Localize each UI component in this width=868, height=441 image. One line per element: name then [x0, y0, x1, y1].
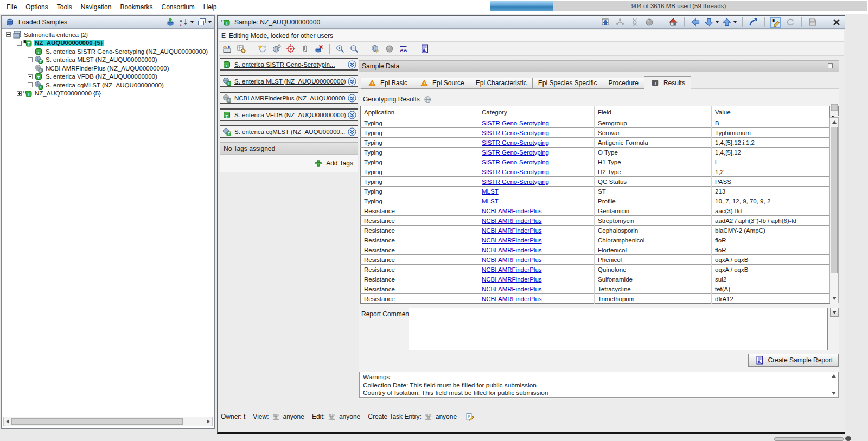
font-size-icon[interactable]: AA [398, 43, 409, 54]
globe-pin-icon[interactable] [271, 43, 282, 54]
table-row[interactable]: ResistanceNCBI AMRFinderPlusChlorampheni… [361, 235, 830, 245]
scroll-up-icon[interactable] [832, 120, 837, 124]
up-arrow-menu-icon[interactable] [723, 17, 737, 28]
edit-permissions-icon[interactable] [464, 411, 475, 422]
category-link[interactable]: NCBI AMRFinderPlus [482, 276, 542, 283]
tree-item[interactable]: TENZ_AUQU00000000 {5} [2, 39, 214, 48]
table-upload-icon[interactable] [600, 17, 611, 28]
report-comment-dropdown-button[interactable] [830, 308, 839, 317]
category-link[interactable]: SISTR Geno-Serotyping [482, 130, 549, 136]
category-link[interactable]: NCBI AMRFinderPlus [482, 208, 542, 214]
tab-procedure[interactable]: Procedure [603, 78, 644, 89]
memory-usage-bar[interactable]: 904 of 3616 MB used (59 threads) [490, 1, 867, 11]
tab-results[interactable]: TResults [644, 76, 691, 90]
table-row[interactable]: TypingSISTR Geno-SerotypingH2 Type1,2 [361, 167, 830, 177]
category-link[interactable]: MLST [482, 198, 499, 204]
tree-item-label[interactable]: Salmonella enterica {2} [23, 31, 89, 38]
tree-item[interactable]: TS. enterica VFDB (NZ_AUQU00000000) [2, 73, 214, 81]
tab-epi-source[interactable]: !Epi Source [413, 78, 470, 89]
table-row[interactable]: TypingSISTR Geno-SerotypingO Type1,4,[5]… [361, 148, 830, 157]
task-entry-link[interactable]: S. enterica SISTR Geno-Serotypin... [234, 61, 335, 68]
chevron-double-down-icon[interactable] [348, 77, 356, 86]
category-link[interactable]: SISTR Geno-Serotyping [482, 169, 549, 175]
tree-item-label[interactable]: S. enterica VFDB (NZ_AUQU00000000) [44, 73, 158, 80]
create-sample-report-button[interactable]: Create Sample Report [748, 354, 839, 367]
collapse-all-menu-icon[interactable] [197, 17, 212, 28]
scroll-left-icon[interactable] [6, 419, 9, 424]
add-tags-plus-icon[interactable] [313, 158, 324, 169]
chevron-double-down-icon[interactable] [348, 94, 356, 103]
category-link[interactable]: NCBI AMRFinderPlus [482, 247, 542, 253]
task-entry-link[interactable]: S. enterica VFDB (NZ_AUQU00000000) [234, 112, 346, 118]
category-link[interactable]: NCBI AMRFinderPlus [482, 237, 542, 244]
table-row[interactable]: ResistanceNCBI AMRFinderPlusQuinoloneoqx… [361, 265, 830, 274]
tab-epi-characteristic[interactable]: Epi Characteristic [470, 78, 532, 89]
chevron-double-down-icon[interactable] [348, 111, 356, 119]
tree-item[interactable]: TS. enterica cgMLST (NZ_AUQU00000000) [2, 81, 214, 90]
column-header-application[interactable]: Application [361, 106, 478, 118]
menu-item-file[interactable]: File [2, 2, 21, 12]
tree-horizontal-scrollbar[interactable] [3, 417, 213, 426]
category-link[interactable]: SISTR Geno-Serotyping [482, 159, 549, 165]
table-row[interactable]: ResistanceNCBI AMRFinderPlusSulfonamides… [361, 274, 830, 284]
table-settings-icon[interactable] [236, 43, 247, 54]
tree-expander-plus[interactable] [28, 74, 33, 79]
category-link[interactable]: SISTR Geno-Serotyping [482, 149, 549, 156]
tree-item-label[interactable]: S. enterica SISTR Geno-Serotyping (NZ_AU… [44, 48, 209, 55]
category-link[interactable]: SISTR Geno-Serotyping [482, 139, 549, 146]
category-link[interactable]: NCBI AMRFinderPlus [482, 227, 542, 234]
table-row[interactable]: TypingSISTR Geno-SerotypingSerogroupB [361, 118, 830, 128]
table-row[interactable]: ResistanceNCBI AMRFinderPlusPhenicoloqxA… [361, 255, 830, 265]
table-row[interactable]: TypingMLSTST213 [361, 187, 830, 196]
scroll-down-icon[interactable] [832, 297, 837, 300]
tree-item-label[interactable]: S. enterica MLST (NZ_AUQU00000000) [44, 56, 158, 63]
task-entry-link[interactable]: S. enterica MLST (NZ_AUQU00000000) [234, 78, 346, 85]
back-icon[interactable] [690, 17, 701, 28]
tree-item[interactable]: Salmonella enterica {2} [2, 30, 214, 39]
table-row[interactable]: TypingSISTR Geno-SerotypingSerovarTyphim… [361, 128, 830, 138]
add-tags-button[interactable]: Add Tags [326, 159, 353, 167]
attachment-icon[interactable] [299, 43, 310, 54]
goto-task-icon[interactable] [748, 17, 759, 28]
tree-item-label[interactable]: NZ_AUQT00000000 {5} [34, 90, 102, 97]
scrollbar-thumb[interactable] [11, 418, 183, 425]
report-icon[interactable] [419, 43, 430, 54]
tree-expander-minus[interactable] [17, 41, 22, 46]
menu-item-bookmarks[interactable]: Bookmarks [116, 2, 157, 12]
category-link[interactable]: SISTR Geno-Serotyping [482, 120, 549, 126]
category-link[interactable]: NCBI AMRFinderPlus [482, 266, 542, 273]
table-row[interactable]: TypingSISTR Geno-SerotypingQC StatusPASS [361, 177, 830, 187]
tree-item-label[interactable]: NCBI AMRFinderPlus (NZ_AUQU00000000) [44, 65, 170, 72]
column-header-value[interactable]: Value [712, 106, 830, 118]
category-link[interactable]: NCBI AMRFinderPlus [482, 257, 542, 263]
table-row[interactable]: TypingSISTR Geno-SerotypingAntigenic For… [361, 138, 830, 148]
menu-item-options[interactable]: Options [21, 2, 52, 12]
column-header-field[interactable]: Field [595, 106, 712, 118]
task-entry-link[interactable]: NCBI AMRFinderPlus (NZ_AUQU00000... [234, 95, 346, 101]
scrollbar-thumb[interactable] [831, 127, 838, 273]
table-row[interactable]: ResistanceNCBI AMRFinderPlusTrimethoprim… [361, 294, 830, 304]
tree-expander-minus[interactable] [6, 32, 11, 37]
category-link[interactable]: MLST [482, 188, 499, 195]
agt-export-icon[interactable]: AGT [222, 43, 233, 54]
menu-item-tools[interactable]: Tools [53, 2, 76, 12]
chevron-double-down-icon[interactable] [348, 60, 356, 69]
scroll-down-icon[interactable] [832, 392, 836, 395]
category-link[interactable]: NCBI AMRFinderPlus [482, 286, 542, 292]
table-row[interactable]: ResistanceNCBI AMRFinderPlusCephalospori… [361, 226, 830, 235]
tree-item-label[interactable]: S. enterica cgMLST (NZ_AUQU00000000) [44, 82, 165, 88]
delete-database-icon[interactable] [314, 43, 324, 54]
category-link[interactable]: NCBI AMRFinderPlus [482, 218, 542, 224]
close-icon[interactable] [831, 17, 842, 28]
table-row[interactable]: ResistanceNCBI AMRFinderPlusFlorfenicolf… [361, 245, 830, 255]
globe-upload-icon[interactable] [370, 43, 381, 54]
tree-item-label[interactable]: NZ_AUQU00000000 {5} [34, 40, 104, 46]
tree-item[interactable]: TS. enterica MLST (NZ_AUQU00000000) [2, 56, 214, 65]
tree-item[interactable]: TENZ_AUQT00000000 {5} [2, 90, 214, 98]
task-entry-link[interactable]: S. enterica cgMLST (NZ_AUQU00000... [234, 129, 345, 135]
table-row[interactable]: ResistanceNCBI AMRFinderPlusTetracycline… [361, 284, 830, 294]
edit-mode-active-icon[interactable]: E [770, 17, 781, 28]
menu-item-help[interactable]: Help [199, 2, 221, 12]
zoom-out-icon[interactable] [349, 43, 360, 54]
tab-epi-basic[interactable]: !Epi Basic [361, 78, 413, 89]
